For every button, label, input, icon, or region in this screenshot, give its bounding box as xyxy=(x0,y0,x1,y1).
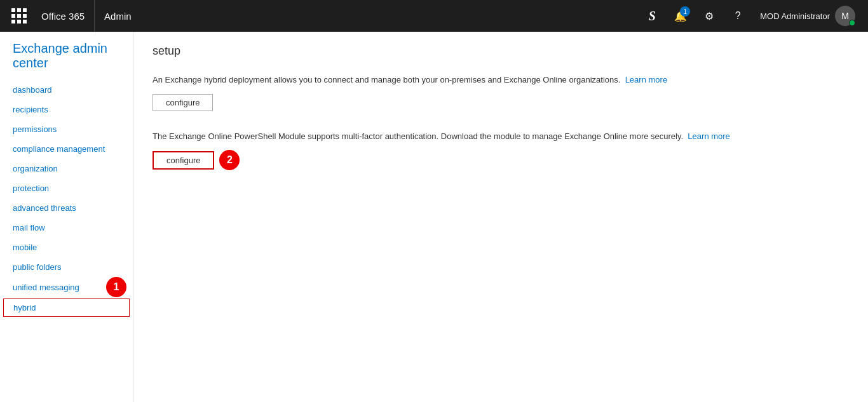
settings-button[interactable]: ⚙ xyxy=(696,3,722,29)
sidebar-item-hybrid[interactable]: hybrid xyxy=(3,298,130,317)
setup-desc-2: The Exchange Online PowerShell Module su… xyxy=(153,130,849,143)
brand-office365: Office 365 xyxy=(32,0,95,32)
skype-icon: S xyxy=(649,9,656,23)
sidebar-item-compliance-management[interactable]: compliance management xyxy=(0,139,133,159)
sidebar-item-recipients[interactable]: recipients xyxy=(0,100,133,119)
avatar: M xyxy=(835,6,855,26)
annotation-1: 1 xyxy=(106,277,126,297)
setup-block-1: An Exchange hybrid deployment allows you… xyxy=(153,74,849,111)
configure-button-1[interactable]: configure xyxy=(153,94,213,111)
top-navigation: Office 365 Admin S 🔔 1 ⚙ ? MOD Administr… xyxy=(0,0,868,32)
waffle-icon xyxy=(11,8,27,23)
avatar-initials: M xyxy=(841,11,849,21)
top-nav-right: S 🔔 1 ⚙ ? MOD Administrator M xyxy=(639,3,862,29)
section-title: setup xyxy=(153,44,849,58)
page-title: Exchange admin center xyxy=(0,41,133,80)
configure-button-2[interactable]: configure xyxy=(153,151,214,170)
learn-more-link-2[interactable]: Learn more xyxy=(688,131,729,141)
configure-annotation-wrapper: configure 2 xyxy=(153,150,849,170)
brand-text: Office 365 xyxy=(41,11,85,22)
learn-more-link-1[interactable]: Learn more xyxy=(625,75,667,84)
help-button[interactable]: ? xyxy=(725,3,750,29)
page-container: Exchange admin center dashboard recipien… xyxy=(0,32,868,402)
help-icon: ? xyxy=(735,10,741,22)
notification-button[interactable]: 🔔 1 xyxy=(668,3,693,29)
sidebar-item-permissions[interactable]: permissions xyxy=(0,119,133,139)
sidebar-item-protection[interactable]: protection xyxy=(0,178,133,198)
sidebar-item-organization[interactable]: organization xyxy=(0,159,133,178)
sidebar-item-mobile[interactable]: mobile xyxy=(0,238,133,257)
notification-badge: 1 xyxy=(680,6,690,17)
avatar-status-badge xyxy=(849,20,855,26)
user-menu[interactable]: MOD Administrator M xyxy=(754,6,862,26)
setup-block-2: The Exchange Online PowerShell Module su… xyxy=(153,130,849,171)
sidebar-item-mail-flow[interactable]: mail flow xyxy=(0,218,133,238)
setup-desc-1: An Exchange hybrid deployment allows you… xyxy=(153,74,849,86)
sidebar-item-dashboard[interactable]: dashboard xyxy=(0,80,133,100)
sidebar-item-public-folders[interactable]: public folders xyxy=(0,257,133,277)
gear-icon: ⚙ xyxy=(705,10,714,22)
annotation-2: 2 xyxy=(219,150,240,170)
sidebar: Exchange admin center dashboard recipien… xyxy=(0,32,133,402)
main-content: setup An Exchange hybrid deployment allo… xyxy=(133,32,868,402)
skype-button[interactable]: S xyxy=(639,3,665,29)
user-name: MOD Administrator xyxy=(760,11,830,21)
waffle-menu[interactable] xyxy=(6,3,32,29)
sidebar-item-advanced-threats[interactable]: advanced threats xyxy=(0,198,133,218)
sidebar-item-unified-messaging[interactable]: unified messaging xyxy=(3,278,106,297)
admin-label: Admin xyxy=(95,11,141,22)
